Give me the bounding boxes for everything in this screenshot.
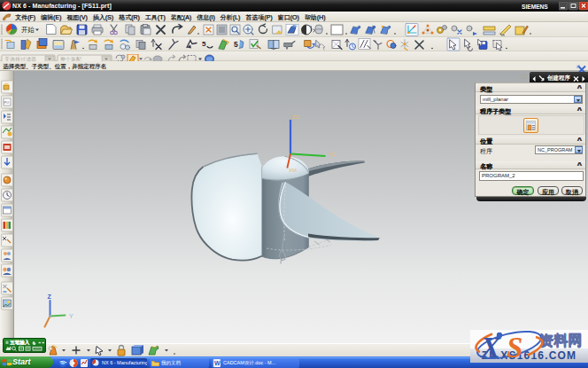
svg-text:XM: XM [289, 168, 297, 173]
svg-text:5: 5 [202, 40, 206, 48]
svg-text:X: X [480, 332, 501, 363]
svg-text:Z: Z [48, 294, 52, 300]
svg-text:W: W [214, 360, 220, 366]
svg-text:S: S [507, 332, 522, 363]
svg-text:YC: YC [329, 152, 337, 157]
svg-text:开始: 开始 [21, 26, 35, 34]
svg-text:ZC: ZC [292, 114, 300, 120]
svg-text:Y: Y [69, 313, 74, 319]
svg-text:5: 5 [234, 40, 238, 49]
